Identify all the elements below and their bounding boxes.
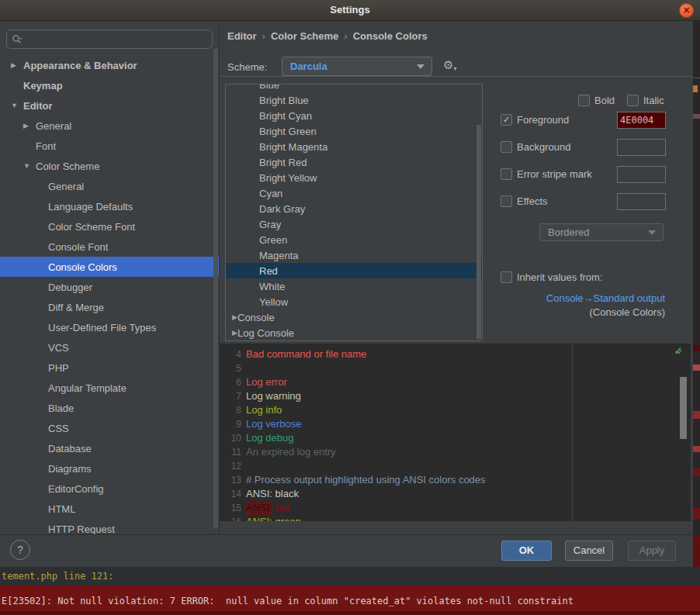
scheme-select[interactable]: Darcula bbox=[282, 57, 432, 76]
line-number: 12 bbox=[220, 459, 241, 473]
sidebar-item-label: Blade bbox=[48, 403, 74, 414]
effects-checkbox[interactable] bbox=[501, 195, 512, 207]
color-item-yellow[interactable]: Yellow bbox=[226, 294, 482, 309]
preview-text: Log debug bbox=[246, 431, 293, 445]
background-fragment bbox=[693, 345, 700, 351]
sidebar-item-console-font[interactable]: Console Font bbox=[0, 237, 220, 257]
color-item-cyan[interactable]: Cyan bbox=[226, 185, 482, 201]
color-item-bright-magenta[interactable]: Bright Magenta bbox=[226, 139, 482, 154]
sidebar-item-diagrams[interactable]: Diagrams bbox=[0, 458, 220, 479]
sidebar-item-diff-merge[interactable]: Diff & Merge bbox=[0, 297, 220, 317]
sidebar-item-blade[interactable]: Blade bbox=[0, 398, 220, 418]
line-number: 14 bbox=[220, 487, 241, 501]
background-window-strip bbox=[693, 21, 700, 567]
sidebar-item-angular-template[interactable]: Angular Template bbox=[0, 378, 220, 398]
sidebar-item-label: PHP bbox=[48, 362, 69, 374]
chevron-expanded-icon[interactable]: ▼ bbox=[23, 162, 36, 170]
line-number: 9 bbox=[220, 417, 241, 431]
ok-button[interactable]: OK bbox=[501, 541, 552, 561]
color-item-bright-yellow[interactable]: Bright Yellow bbox=[226, 170, 482, 185]
sidebar-item-debugger[interactable]: Debugger bbox=[0, 277, 220, 297]
effects-color-field[interactable] bbox=[617, 193, 666, 210]
effect-style-select[interactable]: Bordered bbox=[539, 223, 664, 241]
sidebar-item-label: Editor bbox=[23, 100, 53, 112]
color-item-white[interactable]: White bbox=[226, 278, 482, 294]
color-item-bright-green[interactable]: Bright Green bbox=[226, 123, 482, 139]
inherit-checkbox[interactable] bbox=[501, 271, 512, 283]
color-item-label: White bbox=[259, 281, 285, 292]
breadcrumb-console-colors[interactable]: Console Colors bbox=[353, 30, 428, 42]
breadcrumb-color-scheme[interactable]: Color Scheme bbox=[271, 30, 338, 42]
settings-search-box[interactable] bbox=[6, 29, 213, 49]
background-fragment bbox=[693, 365, 700, 371]
background-fragment bbox=[693, 114, 700, 119]
search-input[interactable] bbox=[23, 33, 193, 46]
foreground-checkbox[interactable]: ✓ bbox=[501, 114, 512, 126]
sidebar-item-vcs[interactable]: VCS bbox=[0, 337, 220, 358]
chevron-collapsed-icon[interactable]: ▶ bbox=[226, 313, 237, 321]
chevron-collapsed-icon[interactable]: ▶ bbox=[23, 122, 36, 130]
sidebar-item-general[interactable]: ▶General bbox=[0, 116, 220, 136]
sidebar-item-keymap[interactable]: Keymap bbox=[0, 75, 220, 95]
color-list-scrollbar[interactable] bbox=[476, 125, 481, 339]
color-item-bright-red[interactable]: Bright Red bbox=[226, 154, 482, 170]
sidebar-item-html[interactable]: HTML bbox=[0, 499, 220, 519]
sidebar-item-css[interactable]: CSS bbox=[0, 418, 220, 438]
sidebar-item-editor[interactable]: ▼Editor bbox=[0, 95, 220, 116]
sidebar-item-font[interactable]: Font bbox=[0, 136, 220, 156]
sidebar-item-color-scheme-font[interactable]: Color Scheme Font bbox=[0, 216, 220, 237]
color-item-green[interactable]: Green bbox=[226, 232, 482, 247]
sidebar-item-console-colors[interactable]: Console Colors bbox=[0, 257, 220, 277]
background-fragment bbox=[693, 535, 700, 567]
color-item-blue[interactable]: Blue bbox=[226, 84, 482, 92]
sidebar-item-database[interactable]: Database bbox=[0, 438, 220, 458]
sidebar-item-editorconfig[interactable]: EditorConfig bbox=[0, 479, 220, 499]
color-item-red[interactable]: Red bbox=[226, 263, 482, 278]
sidebar-item-appearance-behavior[interactable]: ▶Appearance & Behavior bbox=[0, 55, 220, 75]
background-checkbox[interactable] bbox=[501, 141, 512, 153]
sidebar-item-label: Keymap bbox=[23, 80, 63, 92]
search-icon bbox=[12, 34, 23, 45]
inherit-source-link[interactable]: Console→Standard output bbox=[546, 292, 665, 304]
cancel-button[interactable]: Cancel bbox=[565, 541, 613, 561]
sidebar-item-php[interactable]: PHP bbox=[0, 358, 220, 378]
scheme-value: Darcula bbox=[282, 60, 417, 72]
error-stripe-mark-color-field[interactable] bbox=[617, 166, 666, 183]
foreground-color-field[interactable]: 4E0004 bbox=[617, 112, 666, 129]
foreground-label: Foreground bbox=[517, 114, 569, 126]
sidebar-item-label: HTTP Request bbox=[48, 523, 115, 535]
chevron-collapsed-icon[interactable]: ▶ bbox=[226, 329, 237, 337]
terminal-line: tement.php line 121: bbox=[0, 567, 700, 586]
close-button[interactable]: ✕ bbox=[679, 3, 694, 18]
sidebar-scrollbar[interactable] bbox=[213, 48, 218, 529]
bold-checkbox[interactable] bbox=[578, 95, 590, 106]
sidebar-item-user-defined-file-types[interactable]: User-Defined File Types bbox=[0, 317, 220, 337]
color-item-log-console[interactable]: ▶Log Console bbox=[226, 325, 482, 340]
breadcrumb-separator: › bbox=[257, 30, 271, 42]
chevron-expanded-icon[interactable]: ▼ bbox=[11, 102, 23, 109]
color-item-bright-blue[interactable]: Bright Blue bbox=[226, 92, 482, 108]
sidebar-item-language-defaults[interactable]: Language Defaults bbox=[0, 196, 220, 216]
chevron-collapsed-icon[interactable]: ▶ bbox=[11, 61, 23, 69]
preview-line-6: 6Log error bbox=[220, 375, 691, 389]
color-item-gray[interactable]: Gray bbox=[226, 216, 482, 232]
preview-line-7: 7Log warning bbox=[220, 389, 691, 403]
gear-icon[interactable]: ⚙▾ bbox=[443, 58, 456, 72]
color-item-bright-cyan[interactable]: Bright Cyan bbox=[226, 108, 482, 123]
error-stripe-mark-checkbox[interactable] bbox=[501, 168, 512, 180]
background-color-field[interactable] bbox=[617, 139, 666, 156]
help-button[interactable]: ? bbox=[10, 540, 30, 560]
preview-scrollbar[interactable] bbox=[680, 377, 687, 439]
sidebar-item-general[interactable]: General bbox=[0, 176, 220, 196]
color-item-magenta[interactable]: Magenta bbox=[226, 247, 482, 263]
color-item-console[interactable]: ▶Console bbox=[226, 309, 482, 325]
italic-checkbox[interactable] bbox=[627, 95, 639, 106]
color-item-dark-gray[interactable]: Dark Gray bbox=[226, 201, 482, 216]
apply-button[interactable]: Apply bbox=[628, 541, 676, 561]
color-item-label: Bright Magenta bbox=[259, 141, 327, 153]
line-number: 5 bbox=[220, 361, 241, 375]
color-item-label: Cyan bbox=[259, 188, 282, 199]
breadcrumb-editor[interactable]: Editor bbox=[227, 30, 257, 42]
sidebar-item-http-request[interactable]: HTTP Request bbox=[0, 519, 220, 534]
sidebar-item-color-scheme[interactable]: ▼Color Scheme bbox=[0, 156, 220, 176]
